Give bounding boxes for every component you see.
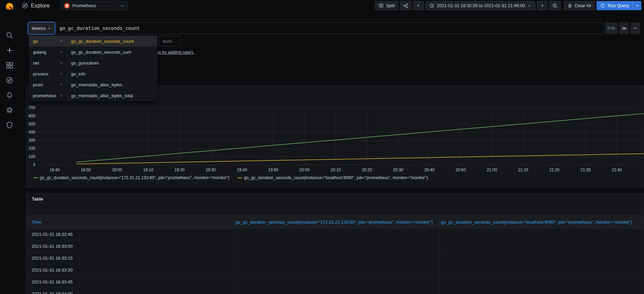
results-table: Time go_gc_duration_seconds_count{instan… <box>26 215 644 294</box>
series-color-dash <box>238 177 242 178</box>
category-item-net[interactable]: net > <box>29 57 67 68</box>
page-title: Explore <box>31 3 50 9</box>
minus-icon <box>633 26 638 31</box>
metric-item[interactable]: go_goroutines <box>67 57 157 68</box>
metric-item[interactable]: go_gc_duration_seconds_count <box>67 36 157 47</box>
chevron-down-icon <box>48 27 51 30</box>
clear-all-label: Clear All <box>575 3 591 8</box>
table-row: 2021-01-31 18:33:00 <box>26 240 644 252</box>
column-header-time[interactable]: Time <box>26 216 234 228</box>
query-expression: go_gc_duration_seconds_count <box>59 25 140 31</box>
metric-item[interactable]: go_gc_duration_seconds_sum <box>67 47 157 57</box>
time-forward-button[interactable] <box>537 1 547 10</box>
category-item-prom[interactable]: prom > <box>29 79 67 90</box>
metric-item[interactable]: go_memstats_alloc_bytes_total <box>67 90 157 101</box>
query-expression-input[interactable]: go_gc_duration_seconds_count <box>56 22 604 34</box>
cell-time: 2021-01-31 18:33:00 <box>26 240 234 252</box>
split-button[interactable]: Split <box>375 1 398 10</box>
chevron-left-icon <box>416 3 421 8</box>
chevron-right-icon: > <box>60 93 63 98</box>
legend-label: go_gc_duration_seconds_count{instance="l… <box>244 175 428 180</box>
cell-value <box>234 288 439 294</box>
metrics-dropdown-button[interactable]: Metrics <box>28 22 55 34</box>
grafana-logo-icon[interactable] <box>4 2 15 13</box>
chevron-right-icon <box>540 3 544 8</box>
table-row: 2021-01-31 18:33:15 <box>26 252 644 264</box>
cell-time: 2021-01-31 18:32:45 <box>26 228 234 240</box>
time-back-button[interactable] <box>413 1 424 10</box>
time-range-picker[interactable]: 2021-01-31 18:32:55 to 2021-01-31 21:49:… <box>425 1 535 10</box>
table-panel-title: Table <box>32 196 43 202</box>
cell-value <box>234 240 439 252</box>
explore-compass-icon[interactable] <box>5 76 14 84</box>
svg-text:700: 700 <box>29 105 35 110</box>
cell-value <box>439 264 644 276</box>
metric-item[interactable]: go_info <box>67 68 157 79</box>
chevron-right-icon: > <box>60 50 63 54</box>
run-query-caret[interactable] <box>633 1 641 10</box>
category-item-process[interactable]: process > <box>29 68 67 79</box>
sidebar <box>0 0 19 294</box>
cell-value <box>439 288 644 294</box>
svg-text:300: 300 <box>29 138 35 143</box>
settings-gear-icon[interactable] <box>5 106 14 114</box>
datasource-name: Prometheus <box>72 3 117 8</box>
cell-time: 2021-01-31 18:33:30 <box>26 264 234 276</box>
svg-text:18:50: 18:50 <box>81 168 91 172</box>
svg-text:20:00: 20:00 <box>299 168 310 172</box>
table-row: 2021-01-31 18:34:00 <box>26 288 644 294</box>
remove-query-button[interactable] <box>630 22 640 34</box>
search-icon[interactable] <box>5 31 14 39</box>
svg-text:20:20: 20:20 <box>362 168 372 172</box>
query-duration-badge: 0.6s <box>605 22 617 34</box>
graph-legend: go_gc_duration_seconds_count{instance="1… <box>33 175 644 180</box>
chevron-down-icon <box>527 4 532 8</box>
cell-time: 2021-01-31 18:33:15 <box>26 252 234 264</box>
legend-item[interactable]: go_gc_duration_seconds_count{instance="1… <box>33 175 229 180</box>
toggle-visibility-button[interactable] <box>619 22 629 34</box>
split-label: Split <box>386 3 395 8</box>
svg-text:20:40: 20:40 <box>424 168 435 172</box>
legend-item[interactable]: go_gc_duration_seconds_count{instance="l… <box>238 175 428 180</box>
category-item-prometheus[interactable]: prometheus > <box>29 90 67 101</box>
clock-icon <box>429 3 434 8</box>
svg-text:21:30: 21:30 <box>580 168 591 172</box>
cell-value <box>439 252 644 264</box>
run-query-button[interactable]: Run Query <box>596 1 641 10</box>
zoom-out-button[interactable] <box>549 1 561 10</box>
split-columns-icon <box>379 3 384 8</box>
create-plus-icon[interactable] <box>5 46 14 54</box>
category-item-golang[interactable]: golang > <box>29 47 67 57</box>
svg-text:19:00: 19:00 <box>112 168 122 172</box>
clear-all-button[interactable]: Clear All <box>564 1 595 10</box>
alerting-bell-icon[interactable] <box>5 91 14 99</box>
chevron-down-icon <box>120 4 124 8</box>
cell-time: 2021-01-31 18:34:00 <box>26 288 234 294</box>
svg-text:18:40: 18:40 <box>50 168 60 172</box>
dashboards-icon[interactable] <box>5 61 14 69</box>
svg-text:19:30: 19:30 <box>206 168 216 172</box>
zoom-out-icon <box>552 3 558 8</box>
share-button[interactable] <box>400 1 412 10</box>
svg-text:19:10: 19:10 <box>143 168 153 172</box>
column-header-series2[interactable]: go_gc_duration_seconds_count{instance="l… <box>439 216 644 228</box>
datasource-picker[interactable]: Prometheus <box>60 1 128 10</box>
cell-value <box>234 276 439 288</box>
security-shield-icon[interactable] <box>5 121 14 129</box>
chevron-right-icon: > <box>60 71 63 76</box>
category-item-go[interactable]: go > <box>29 36 67 47</box>
column-header-series1[interactable]: go_gc_duration_seconds_count{instance="1… <box>234 216 439 228</box>
metrics-typeahead-dropdown: go > golang > net > process > prom > pro… <box>29 36 157 101</box>
svg-text:21:10: 21:10 <box>518 168 528 172</box>
svg-text:100: 100 <box>29 154 35 159</box>
svg-text:200: 200 <box>29 146 35 151</box>
table-header-row: Time go_gc_duration_seconds_count{instan… <box>26 215 644 228</box>
svg-text:21:40: 21:40 <box>612 168 622 172</box>
metric-item[interactable]: go_memstats_alloc_bytes <box>67 79 157 90</box>
hint-fix-rate-link[interactable]: ix by adding rate(). <box>158 50 194 55</box>
cell-value <box>234 252 439 264</box>
prometheus-icon <box>64 3 70 8</box>
svg-text:19:50: 19:50 <box>268 168 278 172</box>
step-interval-field[interactable]: auto <box>159 36 180 46</box>
svg-text:20:10: 20:10 <box>331 168 341 172</box>
